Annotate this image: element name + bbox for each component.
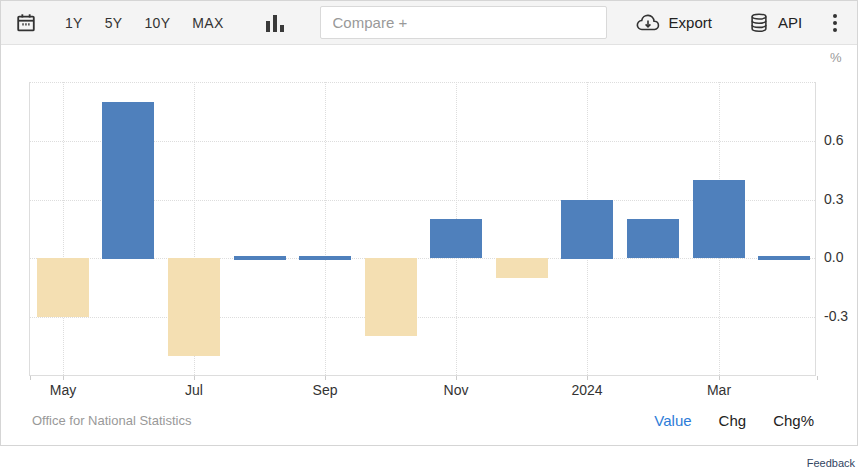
x-gridline (325, 82, 326, 375)
x-axis-tick (587, 376, 588, 380)
api-button[interactable]: API (748, 12, 802, 34)
chart-type-button[interactable] (266, 14, 284, 32)
feedback-row: Feedback (0, 446, 858, 472)
source-attribution-link[interactable]: Office for National Statistics (32, 413, 191, 428)
x-axis-tick (817, 376, 818, 380)
chg-link[interactable]: Chg (719, 412, 747, 429)
x-axis-label: Nov (444, 382, 469, 398)
bar-may[interactable] (37, 258, 89, 317)
x-axis-label: 2024 (571, 382, 602, 398)
bar-apr[interactable] (758, 256, 810, 260)
range-button-max[interactable]: MAX (192, 15, 223, 31)
range-button-10y[interactable]: 10Y (144, 15, 170, 31)
bar-oct[interactable] (365, 258, 417, 336)
y-axis-label: 0.3 (824, 191, 858, 207)
x-axis-label: Jul (185, 382, 203, 398)
y-axis-label: 0.0 (824, 249, 858, 265)
y-gridline (30, 82, 815, 83)
x-axis-label: May (50, 382, 76, 398)
y-axis-label: -0.3 (824, 308, 858, 324)
chart-region: % MayJulSepNov2024Mar0.60.30.0-0.3 Offic… (1, 45, 857, 445)
bar-nov[interactable] (430, 219, 482, 258)
kebab-menu-icon (833, 14, 837, 32)
series-mode-links: Value Chg Chg% (654, 412, 814, 429)
database-icon (748, 12, 770, 34)
bar-jul[interactable] (168, 258, 220, 356)
bar-feb[interactable] (627, 219, 679, 258)
range-button-5y[interactable]: 5Y (105, 15, 123, 31)
x-axis-tick (194, 376, 195, 380)
calendar-button[interactable] (15, 12, 37, 34)
x-axis-label: Mar (707, 382, 731, 398)
calendar-icon (15, 12, 37, 34)
export-label: Export (669, 14, 712, 31)
x-axis-tick (63, 376, 64, 380)
value-link[interactable]: Value (654, 412, 691, 429)
bar-sep[interactable] (299, 256, 351, 260)
y-gridline (30, 317, 815, 318)
bar-mar[interactable] (693, 180, 745, 258)
more-options-button[interactable] (827, 10, 843, 36)
compare-input[interactable] (320, 6, 607, 39)
x-axis-label: Sep (313, 382, 338, 398)
cloud-download-icon (635, 13, 661, 33)
x-gridline (63, 82, 64, 375)
range-selector: 1Y 5Y 10Y MAX (65, 15, 224, 31)
export-button[interactable]: Export (635, 13, 712, 33)
bar-jun[interactable] (102, 102, 154, 259)
x-axis-tick (325, 376, 326, 380)
x-axis-tick (30, 376, 31, 380)
chgpct-link[interactable]: Chg% (773, 412, 814, 429)
y-axis-unit-label: % (830, 50, 842, 65)
bar-jan[interactable] (561, 200, 613, 259)
range-button-1y[interactable]: 1Y (65, 15, 83, 31)
bar-aug[interactable] (234, 256, 286, 260)
y-axis-label: 0.6 (824, 132, 858, 148)
feedback-link[interactable]: Feedback (807, 457, 855, 469)
chart-widget: 1Y 5Y 10Y MAX Export (0, 0, 858, 446)
x-axis-tick (456, 376, 457, 380)
bar-dec[interactable] (496, 258, 548, 278)
bar-chart-icon (266, 14, 284, 32)
toolbar: 1Y 5Y 10Y MAX Export (1, 1, 857, 45)
plot-area: MayJulSepNov2024Mar0.60.30.0-0.3 (29, 82, 816, 376)
x-axis-tick (719, 376, 720, 380)
api-label: API (778, 14, 802, 31)
